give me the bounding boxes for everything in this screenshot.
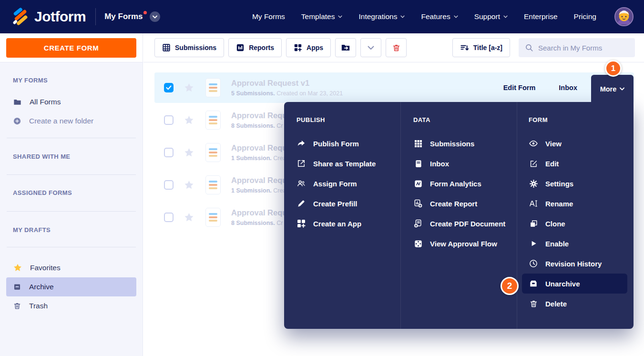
publish-form-icon	[296, 139, 306, 148]
plus-circle-icon	[13, 117, 21, 125]
favorite-star-icon[interactable]	[184, 212, 194, 223]
menu-column-form: FORM View Edit Settings Rename Clone	[517, 102, 633, 329]
form-subtitle: 8 Submissions. Cr	[231, 220, 287, 226]
sidebar-section-shared: SHARED WITH ME	[13, 153, 130, 161]
form-row-selected[interactable]: Approval Request v1 5 Submissions. Creat…	[154, 72, 634, 103]
archive-icon	[13, 283, 21, 291]
menu-item-enable[interactable]: Enable	[529, 234, 633, 254]
nav-link-templates[interactable]: Templates	[301, 12, 343, 21]
row-checkbox[interactable]	[164, 180, 174, 190]
nav-link-pricing[interactable]: Pricing	[574, 12, 596, 21]
menu-item-clone[interactable]: Clone	[529, 214, 633, 234]
nav-link-my-forms[interactable]: My Forms	[252, 12, 285, 21]
sidebar-item-favorites[interactable]: Favorites	[6, 258, 136, 277]
chevron-down-icon	[400, 15, 405, 18]
menu-item-create-report[interactable]: Create Report	[413, 193, 517, 214]
form-subtitle: 5 Submissions. Created on Mar 23, 2021	[231, 90, 343, 97]
menu-header-form: FORM	[529, 116, 633, 124]
top-navbar: Jotform My Forms My Forms Templates Inte…	[0, 0, 644, 33]
row-checkbox[interactable]	[164, 213, 174, 222]
chevron-down-icon	[368, 46, 374, 50]
nav-link-features[interactable]: Features	[421, 12, 458, 21]
rename-icon	[529, 199, 538, 208]
row-checkbox-checked[interactable]	[164, 83, 174, 92]
enable-icon	[529, 239, 538, 248]
sidebar-divider	[7, 211, 136, 212]
favorite-star-icon[interactable]	[184, 115, 194, 126]
more-button[interactable]: More	[591, 75, 634, 103]
menu-item-publish-form[interactable]: Publish Form	[296, 133, 400, 153]
sidebar-item-all-forms[interactable]: All Forms	[6, 92, 136, 112]
sidebar-divider	[7, 174, 136, 175]
row-checkbox[interactable]	[164, 148, 174, 157]
workspace-switcher[interactable]: My Forms	[104, 11, 160, 22]
sort-icon	[460, 43, 469, 52]
submissions-icon	[413, 139, 423, 148]
more-actions-chevron-button[interactable]	[360, 38, 381, 57]
create-form-button[interactable]: CREATE FORM	[6, 38, 136, 58]
favorite-star-icon[interactable]	[184, 147, 194, 158]
row-checkbox[interactable]	[164, 115, 174, 125]
nav-divider	[95, 8, 96, 25]
form-title[interactable]: Approval Requ	[231, 111, 287, 120]
sidebar-item-create-folder[interactable]: Create a new folder	[6, 112, 136, 131]
menu-item-inbox[interactable]: Inbox	[413, 153, 517, 173]
menu-item-revision-history[interactable]: Revision History	[529, 254, 633, 274]
menu-item-form-analytics[interactable]: Form Analytics	[413, 173, 517, 193]
sidebar-item-archive[interactable]: Archive	[6, 277, 136, 296]
workspace-chevron-button[interactable]	[150, 11, 160, 22]
sidebar-item-trash[interactable]: Trash	[6, 296, 136, 315]
edit-icon	[529, 159, 538, 168]
menu-item-create-prefill[interactable]: Create Prefill	[296, 193, 400, 214]
nav-link-integrations[interactable]: Integrations	[358, 12, 405, 21]
trash-icon	[392, 43, 401, 52]
form-thumbnail-icon	[205, 143, 221, 162]
form-analytics-icon	[413, 179, 423, 188]
menu-item-settings[interactable]: Settings	[529, 173, 633, 193]
submissions-button[interactable]: Submissions	[154, 38, 224, 57]
search-input[interactable]	[538, 44, 624, 52]
menu-item-unarchive[interactable]: Unarchive	[522, 274, 627, 294]
delete-selected-button[interactable]	[386, 38, 407, 57]
menu-item-delete[interactable]: Delete	[529, 294, 633, 314]
list-toolbar: Submissions Reports Apps Title [a-z]	[143, 33, 644, 62]
menu-item-assign-form[interactable]: Assign Form	[296, 173, 400, 193]
apps-icon	[294, 43, 302, 52]
jotform-logo[interactable]: Jotform	[10, 8, 86, 26]
menu-item-create-an-app[interactable]: Create an App	[296, 214, 400, 234]
reports-button[interactable]: Reports	[228, 38, 282, 57]
star-icon	[13, 263, 22, 273]
menu-item-submissions[interactable]: Submissions	[413, 133, 517, 153]
form-title[interactable]: Approval Requ	[231, 208, 287, 217]
form-subtitle: 1 Submission. Crea	[231, 187, 287, 194]
user-avatar[interactable]	[614, 7, 634, 26]
assign-form-icon	[296, 179, 306, 188]
nav-link-enterprise[interactable]: Enterprise	[524, 12, 558, 21]
menu-item-create-pdf-document[interactable]: Create PDF Document	[413, 214, 517, 234]
inbox-link[interactable]: Inbox	[559, 84, 577, 92]
view-approval-flow-icon	[413, 239, 423, 248]
settings-icon	[529, 179, 538, 188]
sidebar-section-my-forms: MY FORMS	[13, 77, 130, 84]
edit-form-link[interactable]: Edit Form	[503, 84, 536, 92]
menu-item-share-as-template[interactable]: Share as Template	[296, 153, 400, 173]
menu-item-view[interactable]: View	[529, 133, 633, 153]
menu-column-publish: PUBLISH Publish Form Share as Template A…	[284, 102, 400, 329]
favorite-star-icon[interactable]	[184, 180, 194, 191]
more-dropdown-menu: PUBLISH Publish Form Share as Template A…	[284, 102, 634, 329]
form-title[interactable]: Approval Requ	[231, 176, 287, 185]
favorite-star-icon[interactable]	[184, 82, 194, 93]
form-title[interactable]: Approval Request v1	[231, 79, 343, 88]
menu-item-rename[interactable]: Rename	[529, 193, 633, 214]
menu-item-view-approval-flow[interactable]: View Approval Flow	[413, 234, 517, 254]
nav-link-support[interactable]: Support	[474, 12, 508, 21]
menu-item-edit[interactable]: Edit	[529, 153, 633, 173]
check-icon	[166, 85, 172, 90]
inbox-icon	[413, 159, 423, 168]
chevron-down-icon	[454, 15, 458, 18]
move-to-folder-button[interactable]	[335, 38, 356, 57]
sort-button[interactable]: Title [a-z]	[452, 38, 510, 57]
apps-button[interactable]: Apps	[286, 38, 331, 57]
form-title[interactable]: Approval Requ	[231, 143, 287, 153]
search-box	[519, 38, 635, 57]
